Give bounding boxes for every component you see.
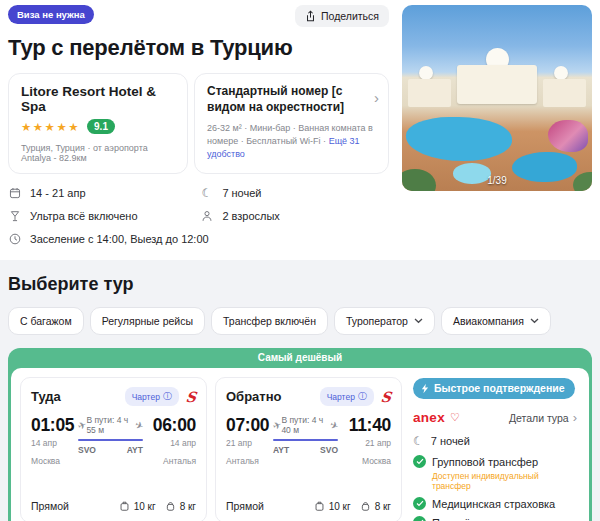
hotel-photo-pool <box>406 117 512 162</box>
filter-label: С багажом <box>20 315 72 327</box>
leg-header-right: Чартер ⓘ S <box>320 387 391 406</box>
summary-guests-label: 2 взрослых <box>222 210 280 222</box>
hotel-location: Турция, Турция · от аэропорта Antalya - … <box>21 143 175 163</box>
flight-duration: В пути: 4 ч 55 м <box>86 415 134 435</box>
share-label: Поделиться <box>321 10 379 22</box>
airline-logo-icon: S <box>185 389 197 405</box>
top-section: Виза не нужна Поделиться Тур с перелётом… <box>0 0 600 245</box>
hotel-photo-trees <box>573 172 592 191</box>
backpack-icon <box>360 500 371 512</box>
moon-icon: ☾ <box>413 435 424 447</box>
hotel-photo[interactable]: 1/39 <box>402 5 592 191</box>
leg-route: 07:00 21 апр Анталья ✈ В пути: 4 ч 40 м … <box>226 415 391 466</box>
cheapest-tour-card: Самый дешёвый Туда Чартер ⓘ S <box>8 348 592 521</box>
filter-regular-flights[interactable]: Регулярные рейсы <box>90 307 205 335</box>
departure-city: Москва <box>31 456 71 466</box>
baggage-weight: 10 кг <box>329 501 351 512</box>
hotel-photo-dome <box>419 66 433 80</box>
header-row: Виза не нужна Поделиться <box>8 5 389 27</box>
summary-checkin-label: Заселение с 14:00, Выезд до 12:00 <box>30 233 209 245</box>
features-list: Групповой трансфер Доступен индивидуальн… <box>413 455 577 521</box>
feature-label: Медицинская страховка <box>432 498 555 510</box>
route-line <box>273 439 338 441</box>
handbag-weight: 8 кг <box>180 501 196 512</box>
hotel-name: Litore Resort Hotel & Spa <box>21 84 175 114</box>
baggage-item: 10 кг <box>119 500 156 512</box>
filter-operator[interactable]: Туроператор <box>334 307 435 335</box>
fast-confirmation-badge: Быстрое подтверждение <box>413 378 575 399</box>
route-middle: ✈ В пути: 4 ч 40 м ✈ AYT SVO <box>266 415 345 466</box>
info-icon[interactable]: ⓘ <box>358 390 367 403</box>
flight-leg-return: Обратно Чартер ⓘ S 07:00 21 апр <box>215 377 402 521</box>
summary-nights-label: 7 ночей <box>222 187 261 199</box>
departure-block: 07:00 21 апр Анталья <box>226 415 266 466</box>
tours-section: Выберите тур С багажом Регулярные рейсы … <box>0 260 600 521</box>
rating-badge: 9.1 <box>87 119 115 134</box>
feature-label: Перелёт <box>432 517 475 521</box>
airport-codes: AYT SVO <box>273 445 338 455</box>
leg-route: 01:05 14 апр Москва ✈ В пути: 4 ч 55 м ✈ <box>31 415 196 466</box>
operator-logo: anex <box>413 410 445 425</box>
charter-label: Чартер <box>327 392 355 402</box>
filter-transfer[interactable]: Трансфер включён <box>211 307 328 335</box>
filter-airline[interactable]: Авиакомпания <box>441 307 551 335</box>
tour-details-link[interactable]: Детали тура › <box>509 411 577 424</box>
check-icon <box>413 455 426 468</box>
filter-label: Трансфер включён <box>223 315 316 327</box>
hotel-photo-waterslide <box>548 120 588 152</box>
stops-label: Прямой <box>31 500 69 512</box>
filter-label: Авиакомпания <box>453 315 524 327</box>
airline-logo-icon: S <box>380 389 392 405</box>
operator-brand: anex ♡ <box>413 410 460 425</box>
route-line <box>78 439 143 441</box>
suitcase-icon <box>119 500 130 512</box>
tour-offer-panel: Быстрое подтверждение anex ♡ Детали тура… <box>410 377 580 521</box>
left-column: Виза не нужна Поделиться Тур с перелётом… <box>8 5 389 245</box>
feature-flight: Перелёт <box>413 516 577 521</box>
charter-badge: Чартер ⓘ <box>320 387 374 406</box>
leg-footer: Прямой 10 кг 8 кг <box>226 500 391 512</box>
baggage-weight: 10 кг <box>134 501 156 512</box>
airport-codes: SVO AYT <box>78 445 143 455</box>
arrival-time: 06:00 <box>150 415 196 436</box>
share-icon <box>305 10 316 22</box>
nights-row: ☾ 7 ночей <box>413 435 577 447</box>
visa-badge: Виза не нужна <box>8 5 94 24</box>
stops-label: Прямой <box>226 500 264 512</box>
route-duration-row: ✈ В пути: 4 ч 40 м ✈ <box>273 415 338 435</box>
departure-date: 14 апр <box>31 438 71 448</box>
chevron-right-icon[interactable]: › <box>374 90 379 105</box>
handbag-item: 8 кг <box>360 500 391 512</box>
suitcase-icon <box>314 500 325 512</box>
share-button[interactable]: Поделиться <box>295 5 389 27</box>
baggage-info: 10 кг 8 кг <box>119 500 196 512</box>
calendar-icon <box>8 187 21 199</box>
room-card[interactable]: Стандартный номер [с видом на окрестност… <box>194 73 389 174</box>
info-icon[interactable]: ⓘ <box>163 390 172 403</box>
departure-time: 01:05 <box>31 415 71 436</box>
filter-label: Туроператор <box>346 315 408 327</box>
backpack-icon <box>165 500 176 512</box>
feature-transfer-note: Доступен индивидуальный трансфер <box>432 471 577 491</box>
hotel-card[interactable]: Litore Resort Hotel & Spa ★★★★★ 9.1 Турц… <box>8 73 188 174</box>
hotel-room-cards: Litore Resort Hotel & Spa ★★★★★ 9.1 Турц… <box>8 73 389 174</box>
charter-label: Чартер <box>132 392 160 402</box>
summary-dates-label: 14 - 21 апр <box>30 187 86 199</box>
hotel-rating-row: ★★★★★ 9.1 <box>21 119 175 134</box>
hotel-photo-dome <box>554 66 568 80</box>
baggage-info: 10 кг 8 кг <box>314 500 391 512</box>
feature-insurance: Медицинская страховка <box>413 497 577 510</box>
leg-direction: Обратно <box>226 389 281 404</box>
moon-icon: ☾ <box>200 187 213 199</box>
heart-icon[interactable]: ♡ <box>450 411 460 424</box>
arrival-city: Анталья <box>150 456 196 466</box>
baggage-item: 10 кг <box>314 500 351 512</box>
hotel-photo-building <box>543 79 587 107</box>
filter-label: Регулярные рейсы <box>102 315 193 327</box>
handbag-weight: 8 кг <box>375 501 391 512</box>
filter-baggage[interactable]: С багажом <box>8 307 84 335</box>
tour-card-body: Туда Чартер ⓘ S 01:05 14 апр <box>11 368 589 521</box>
tour-page: Виза не нужна Поделиться Тур с перелётом… <box>0 0 600 521</box>
hotel-photo-trees <box>402 169 436 191</box>
check-icon <box>413 516 426 521</box>
